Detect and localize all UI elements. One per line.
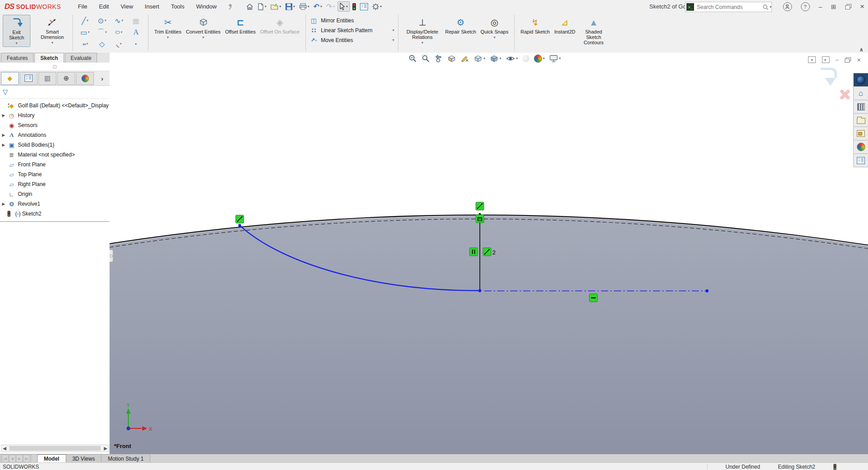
quick-snaps-caret-icon[interactable]: ▾ bbox=[494, 36, 495, 39]
select-tool-button[interactable]: ▾ bbox=[338, 1, 350, 12]
restore-button[interactable] bbox=[845, 4, 851, 9]
relation-pierce-left-icon[interactable] bbox=[236, 215, 244, 223]
view-palette-tab[interactable] bbox=[853, 127, 868, 140]
display-style-button[interactable]: ▾ bbox=[488, 53, 503, 64]
ellipse-caret-icon[interactable]: ▾ bbox=[121, 30, 123, 34]
view-orientation-button[interactable]: ▾ bbox=[472, 53, 487, 64]
trim-entities-button[interactable]: ✂ Trim Entities ▾ bbox=[152, 15, 184, 41]
tree-item-history[interactable]: ▶ ◷ History bbox=[0, 110, 110, 120]
point-tool[interactable]: ▪ bbox=[127, 41, 144, 47]
apply-scene-button[interactable]: ▾ bbox=[533, 54, 546, 64]
login-icon[interactable] bbox=[783, 2, 792, 11]
dock-pane-right-icon[interactable]: ▸ bbox=[822, 56, 830, 63]
rebuild-button[interactable] bbox=[351, 2, 357, 11]
tree-item-origin[interactable]: ∟ Origin bbox=[0, 189, 110, 199]
ellipse-tool[interactable]: ○▾ bbox=[110, 28, 127, 36]
polygon-tool[interactable]: ◇ bbox=[93, 40, 110, 48]
rapid-sketch-button[interactable]: ↯ Rapid Sketch bbox=[518, 15, 552, 36]
zoom-to-fit-button[interactable] bbox=[407, 53, 418, 64]
panel-tabs-more-icon[interactable]: › bbox=[101, 75, 103, 82]
text-tool[interactable]: A bbox=[127, 28, 144, 36]
tree-item-solid-bodies[interactable]: ▶ ▣ Solid Bodies(1) bbox=[0, 140, 110, 150]
pin-menu-icon[interactable] bbox=[227, 4, 233, 10]
search-input[interactable] bbox=[696, 4, 762, 11]
minimize-button[interactable]: – bbox=[819, 3, 822, 10]
tab-3d-views[interactable]: 3D Views bbox=[66, 454, 102, 463]
design-library-tab[interactable] bbox=[853, 100, 868, 114]
search-commands-box[interactable]: >_ ▾ bbox=[685, 2, 772, 12]
view-settings-caret-icon[interactable]: ▾ bbox=[559, 57, 561, 60]
display-delete-caret-icon[interactable]: ▾ bbox=[421, 41, 423, 45]
splitter-handle-icon[interactable] bbox=[53, 65, 57, 69]
print-caret-icon[interactable]: ▾ bbox=[308, 5, 309, 8]
menu-insert[interactable]: Insert bbox=[145, 3, 160, 10]
line-tool[interactable]: ╱▾ bbox=[76, 17, 93, 25]
annotation-visibility-button[interactable]: A bbox=[459, 53, 470, 64]
slot-tool[interactable]: ◖◗▾ bbox=[76, 42, 93, 47]
smart-dimension-caret-icon[interactable]: ▾ bbox=[51, 41, 53, 45]
confirm-exit-sketch-icon[interactable] bbox=[817, 66, 840, 88]
new-document-button[interactable]: ▾ bbox=[256, 2, 268, 11]
model-sketch-canvas[interactable]: 2 Y X bbox=[110, 53, 868, 454]
fillet-caret-icon[interactable]: ▾ bbox=[120, 42, 122, 46]
property-manager-tab[interactable] bbox=[20, 72, 38, 85]
menu-edit[interactable]: Edit bbox=[99, 3, 109, 10]
tab-evaluate[interactable]: Evaluate bbox=[65, 53, 97, 63]
spline-caret-icon[interactable]: ▾ bbox=[122, 19, 123, 22]
nav-next-icon[interactable]: ▶ bbox=[16, 455, 23, 462]
panel-edge-splitter[interactable] bbox=[110, 250, 113, 262]
exit-sketch-caret-icon[interactable]: ▾ bbox=[16, 42, 17, 45]
arc-caret-icon[interactable]: ▾ bbox=[105, 30, 107, 34]
shaded-sketch-contours-button[interactable]: ▲ Shaded Sketch Contours bbox=[578, 15, 610, 47]
nav-first-icon[interactable]: |◀ bbox=[2, 455, 8, 462]
section-view-button[interactable] bbox=[446, 53, 457, 64]
dock-button[interactable]: ⊞ bbox=[831, 3, 836, 10]
panel-splitter[interactable] bbox=[0, 63, 110, 71]
nav-last-icon[interactable]: ▶| bbox=[23, 455, 30, 462]
new-document-caret-icon[interactable]: ▾ bbox=[265, 5, 267, 8]
undo-button[interactable]: ↶ ▾ bbox=[312, 1, 323, 12]
search-caret-icon[interactable]: ▾ bbox=[770, 5, 771, 9]
configuration-manager-tab[interactable]: ▥ bbox=[38, 72, 56, 85]
tab-features[interactable]: Features bbox=[1, 53, 34, 63]
home-tab[interactable]: ⌂ bbox=[853, 87, 868, 100]
tab-model[interactable]: Model bbox=[37, 454, 66, 463]
nav-prev-icon[interactable]: ◀ bbox=[9, 455, 16, 462]
menu-tools[interactable]: Tools bbox=[171, 3, 184, 10]
save-caret-icon[interactable]: ▾ bbox=[293, 5, 295, 8]
panel-horizontal-scrollbar[interactable]: ◀ ▶ bbox=[1, 445, 109, 452]
zoom-to-area-button[interactable] bbox=[420, 53, 431, 64]
arc-tool[interactable]: ⌒▾ bbox=[93, 28, 110, 37]
options-caret-icon[interactable]: ▾ bbox=[380, 5, 382, 8]
tree-item-revolve1[interactable]: ▶ ❂ Revolve1 bbox=[0, 199, 110, 209]
help-icon[interactable]: ? bbox=[801, 2, 810, 11]
tree-item-sketch2[interactable]: (-) Sketch2 bbox=[0, 209, 110, 219]
display-manager-tab[interactable] bbox=[76, 72, 94, 85]
relation-horizontal-icon[interactable] bbox=[589, 294, 597, 302]
dock-pane-left-icon[interactable]: ◂ bbox=[808, 56, 816, 63]
select-tool-caret-icon[interactable]: ▾ bbox=[346, 5, 348, 8]
home-button[interactable] bbox=[245, 2, 255, 11]
exit-sketch-button[interactable]: Exit Sketch ▾ bbox=[3, 15, 30, 47]
spline-tool[interactable]: ∿▾ bbox=[110, 17, 127, 25]
tree-item-annotations[interactable]: ▶ A Annotations bbox=[0, 130, 110, 140]
apply-scene-caret-icon[interactable]: ▾ bbox=[543, 57, 545, 60]
expand-arrow-icon[interactable]: ▶ bbox=[0, 202, 7, 206]
circle-tool[interactable]: ⊙▾ bbox=[93, 17, 110, 25]
display-delete-relations-button[interactable]: ⊥ Display/Delete Relations ▾ bbox=[402, 15, 443, 46]
circle-caret-icon[interactable]: ▾ bbox=[105, 19, 106, 22]
file-properties-button[interactable] bbox=[359, 2, 369, 11]
centerline-endpoint[interactable] bbox=[706, 289, 709, 292]
tree-item-front-plane[interactable]: ▱ Front Plane bbox=[0, 160, 110, 169]
smart-dimension-button[interactable]: Smart Dimension ▾ bbox=[36, 15, 69, 46]
print-button[interactable]: ▾ bbox=[298, 2, 311, 11]
fillet-tool[interactable]: ◟▾ bbox=[110, 40, 127, 48]
tree-filter-row[interactable]: ▽ bbox=[0, 86, 110, 99]
rectangle-tool[interactable]: ▭▾ bbox=[76, 28, 93, 37]
open-document-caret-icon[interactable]: ▾ bbox=[279, 5, 281, 8]
display-style-caret-icon[interactable]: ▾ bbox=[500, 57, 501, 60]
collapse-ribbon-icon[interactable]: ∧ bbox=[859, 47, 864, 53]
convert-caret-icon[interactable]: ▾ bbox=[203, 36, 204, 39]
tree-item-right-plane[interactable]: ▱ Right Plane bbox=[0, 179, 110, 189]
hide-show-items-button[interactable]: ▾ bbox=[504, 53, 519, 64]
